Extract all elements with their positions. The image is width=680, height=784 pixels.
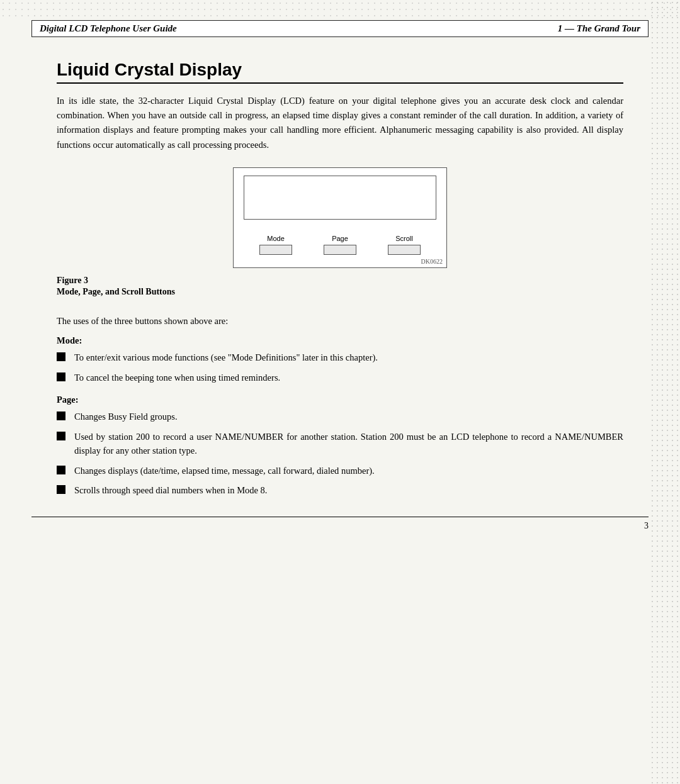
mode-bullet-1: To enter/exit various mode functions (se… — [57, 351, 623, 365]
section-title: Liquid Crystal Display — [57, 60, 623, 80]
lcd-mode-label: Mode — [267, 235, 285, 242]
header-left-title: Digital LCD Telephone User Guide — [40, 23, 177, 34]
mode-bullet-text-1: To enter/exit various mode functions (se… — [74, 351, 623, 365]
main-content: Liquid Crystal Display In its idle state… — [57, 37, 623, 498]
diagram-code: DK0622 — [421, 258, 443, 265]
figure-caption-text: Mode, Page, and Scroll Buttons — [57, 287, 623, 297]
bullet-icon-3 — [57, 412, 65, 420]
page-bullet-text-4: Scrolls through speed dial numbers when … — [74, 484, 623, 498]
page-bullet-text-3: Changes displays (date/time, elapsed tim… — [74, 464, 623, 478]
lcd-page-group: Page — [324, 235, 356, 255]
mode-heading: Mode: — [57, 335, 623, 346]
intro-paragraph: In its idle state, the 32-character Liqu… — [57, 94, 623, 152]
lcd-page-label: Page — [332, 235, 348, 242]
mode-bullet-list: To enter/exit various mode functions (se… — [57, 351, 623, 385]
page-heading: Page: — [57, 395, 623, 405]
uses-intro-text: The uses of the three buttons shown abov… — [57, 316, 623, 327]
lcd-diagram: Mode Page Scroll DK0622 — [233, 167, 447, 268]
lcd-mode-group: Mode — [259, 235, 292, 255]
section-title-container: Liquid Crystal Display — [57, 60, 623, 84]
lcd-buttons-row: Mode Page Scroll — [244, 235, 436, 255]
bullet-icon-2 — [57, 372, 65, 381]
header-right-title: 1 — The Grand Tour — [558, 23, 640, 34]
lcd-mode-button[interactable] — [259, 245, 292, 255]
bullet-icon-1 — [57, 352, 65, 361]
decorative-dot-pattern-top — [0, 0, 680, 18]
mode-bullet-text-2: To cancel the beeping tone when using ti… — [74, 371, 623, 385]
lcd-page-button[interactable] — [324, 245, 356, 255]
bullet-icon-5 — [57, 466, 65, 474]
page-number: 3 — [0, 517, 680, 531]
page-bullet-2: Used by station 200 to record a user NAM… — [57, 430, 623, 458]
page-bullet-list: Changes Busy Field groups. Used by stati… — [57, 410, 623, 498]
page-bullet-4: Scrolls through speed dial numbers when … — [57, 484, 623, 498]
header-bar: Digital LCD Telephone User Guide 1 — The… — [31, 20, 649, 37]
mode-bullet-2: To cancel the beeping tone when using ti… — [57, 371, 623, 385]
bullet-icon-6 — [57, 485, 65, 494]
page-bullet-text-1: Changes Busy Field groups. — [74, 410, 623, 424]
bullet-icon-4 — [57, 432, 65, 440]
page-bullet-1: Changes Busy Field groups. — [57, 410, 623, 424]
figure-caption: Figure 3 Mode, Page, and Scroll Buttons — [57, 276, 623, 297]
diagram-container: Mode Page Scroll DK0622 — [57, 167, 623, 268]
lcd-scroll-group: Scroll — [388, 235, 421, 255]
decorative-dot-pattern-right — [650, 0, 680, 784]
lcd-screen — [244, 176, 436, 220]
figure-label: Figure 3 — [57, 276, 623, 286]
lcd-scroll-button[interactable] — [388, 245, 421, 255]
lcd-scroll-label: Scroll — [395, 235, 413, 242]
page-bullet-3: Changes displays (date/time, elapsed tim… — [57, 464, 623, 478]
page-bullet-text-2: Used by station 200 to record a user NAM… — [74, 430, 623, 458]
